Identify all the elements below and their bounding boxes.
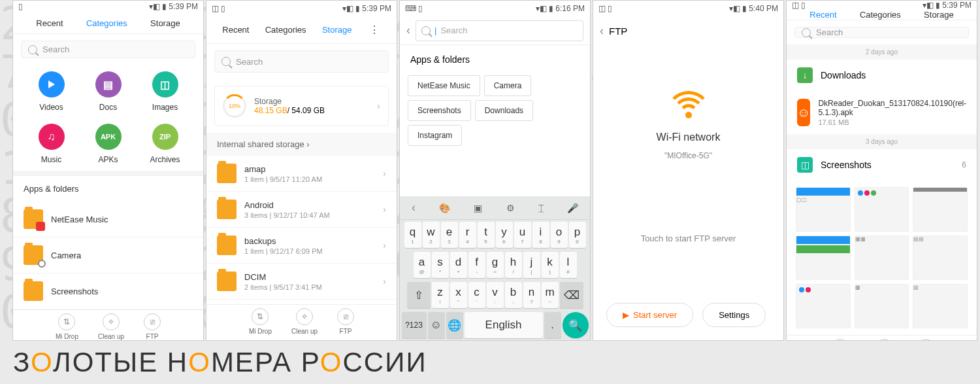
key-w[interactable]: w2 bbox=[423, 222, 440, 248]
folder-screenshots[interactable]: Screenshots bbox=[13, 273, 203, 309]
key-d[interactable]: d+ bbox=[450, 252, 467, 278]
tab-categories[interactable]: Categories bbox=[265, 25, 306, 35]
key-e[interactable]: e3 bbox=[441, 222, 458, 248]
backspace-key[interactable]: ⌫ bbox=[560, 282, 583, 308]
folder-row[interactable]: dianxin1 item | 9/6/17 3:24 PM› bbox=[206, 300, 397, 304]
breadcrumb[interactable]: Internal shared storage › bbox=[206, 133, 397, 156]
apk-file-row[interactable]: ☺ DkReader_Duokan_513170824.10190(rel-5.… bbox=[787, 91, 977, 134]
folder-row[interactable]: Android3 items | 9/12/17 10:47 AM› bbox=[206, 192, 397, 228]
search-key[interactable]: 🔍 bbox=[563, 312, 589, 338]
screenshot-thumb[interactable] bbox=[796, 236, 851, 280]
symbols-key[interactable]: ?123 bbox=[402, 312, 427, 338]
shift-key[interactable]: ⇧ bbox=[407, 282, 431, 308]
cleanup-button[interactable]: ✧Clean up bbox=[872, 339, 898, 341]
category-music[interactable]: ♫Music bbox=[26, 124, 76, 164]
ftp-button[interactable]: ⎚FTP bbox=[337, 308, 354, 335]
space-key[interactable]: English bbox=[465, 312, 543, 338]
globe-key[interactable]: 🌐 bbox=[446, 312, 463, 338]
key-q[interactable]: q1 bbox=[404, 222, 421, 248]
key-c[interactable]: c' bbox=[468, 282, 485, 308]
screenshot-thumb[interactable]: ▤ bbox=[913, 284, 968, 328]
menu-icon[interactable]: ⋮ bbox=[368, 24, 381, 36]
search-input[interactable]: Search bbox=[214, 50, 389, 73]
emoji-key[interactable]: ☺ bbox=[428, 312, 445, 338]
key-v[interactable]: v: bbox=[487, 282, 504, 308]
chip[interactable]: NetEase Music bbox=[408, 75, 480, 96]
tab-storage[interactable]: Storage bbox=[150, 18, 180, 28]
key-l[interactable]: l# bbox=[560, 252, 577, 278]
midrop-button[interactable]: ⇅Mi Drop bbox=[249, 308, 272, 335]
tab-categories[interactable]: Categories bbox=[86, 18, 127, 28]
tab-recent[interactable]: Recent bbox=[222, 25, 249, 35]
screenshot-thumb[interactable]: ▢▢ bbox=[796, 187, 851, 232]
key-b[interactable]: b; bbox=[505, 282, 522, 308]
screenshot-thumb[interactable] bbox=[855, 187, 909, 232]
key-a[interactable]: a@ bbox=[414, 252, 431, 278]
ftp-button[interactable]: ⎚FTP bbox=[917, 339, 934, 341]
search-input[interactable]: Search bbox=[794, 27, 969, 38]
back-icon[interactable]: ‹ bbox=[600, 24, 604, 38]
key-n[interactable]: n? bbox=[523, 282, 540, 308]
settings-icon[interactable]: ⚙ bbox=[506, 203, 515, 213]
folder-row[interactable]: amap1 item | 9/5/17 11:20 AM› bbox=[206, 156, 397, 192]
category-archives[interactable]: ZIPArchives bbox=[140, 124, 190, 164]
screenshot-thumb[interactable]: ▤▤ bbox=[913, 236, 968, 280]
key-i[interactable]: i8 bbox=[532, 222, 549, 248]
tab-storage[interactable]: Storage bbox=[322, 25, 352, 35]
midrop-button[interactable]: ⇅Mi Drop bbox=[56, 313, 78, 340]
tab-recent[interactable]: Recent bbox=[36, 18, 63, 28]
chip[interactable]: Downloads bbox=[475, 100, 533, 121]
category-apks[interactable]: APKAPKs bbox=[83, 124, 133, 164]
key-m[interactable]: m~ bbox=[542, 282, 559, 308]
key-o[interactable]: o9 bbox=[551, 222, 568, 248]
folder-row[interactable]: backups1 item | 9/12/17 6:09 PM› bbox=[206, 228, 397, 264]
search-input[interactable]: |Search bbox=[416, 20, 583, 41]
key-g[interactable]: g= bbox=[487, 252, 504, 278]
palette-icon[interactable]: 🎨 bbox=[439, 203, 450, 213]
key-y[interactable]: y6 bbox=[496, 222, 513, 248]
chip[interactable]: Instagram bbox=[408, 125, 462, 146]
kb-collapse-icon[interactable]: ‹ bbox=[412, 201, 416, 215]
screenshot-thumb[interactable]: ▦▦ bbox=[855, 236, 909, 280]
cleanup-button[interactable]: ✧Clean up bbox=[98, 313, 124, 340]
start-server-button[interactable]: ▶Start server bbox=[606, 303, 693, 327]
folder-row[interactable]: DCIM2 items | 9/5/17 3:41 PM› bbox=[206, 264, 397, 300]
cleanup-button[interactable]: ✧Clean up bbox=[291, 308, 318, 335]
cursor-icon[interactable]: ⌶ bbox=[538, 203, 544, 213]
chip[interactable]: Screenshots bbox=[408, 100, 471, 121]
clipboard-icon[interactable]: ▣ bbox=[474, 203, 482, 213]
tab-storage[interactable]: Storage bbox=[924, 10, 954, 20]
category-images[interactable]: ◫Images bbox=[140, 71, 190, 112]
screenshots-header[interactable]: ◫Screenshots6 bbox=[787, 149, 977, 181]
folder-netease[interactable]: NetEase Music bbox=[13, 201, 203, 237]
category-docs[interactable]: ▤Docs bbox=[83, 71, 133, 112]
ftp-button[interactable]: ⎚FTP bbox=[144, 313, 161, 340]
settings-button[interactable]: Settings bbox=[702, 303, 766, 327]
key-z[interactable]: z! bbox=[432, 282, 449, 308]
screenshot-thumb[interactable] bbox=[913, 187, 968, 232]
tab-recent[interactable]: Recent bbox=[809, 10, 836, 20]
key-s[interactable]: s* bbox=[432, 252, 449, 278]
screenshot-thumb[interactable]: ▦ bbox=[855, 284, 909, 328]
chip[interactable]: Camera bbox=[484, 75, 532, 96]
category-videos[interactable]: Videos bbox=[26, 71, 76, 112]
search-input[interactable]: Search bbox=[21, 41, 195, 58]
key-p[interactable]: p0 bbox=[569, 222, 586, 248]
downloads-header[interactable]: ↓Downloads bbox=[787, 60, 977, 91]
period-key[interactable]: . bbox=[544, 312, 561, 338]
key-h[interactable]: h/ bbox=[505, 252, 522, 278]
screenshot-thumb[interactable] bbox=[796, 284, 851, 328]
tab-categories[interactable]: Categories bbox=[860, 10, 901, 20]
midrop-button[interactable]: ⇅Mi Drop bbox=[829, 339, 852, 341]
key-t[interactable]: t5 bbox=[478, 222, 495, 248]
back-icon[interactable]: ‹ bbox=[406, 24, 410, 37]
folder-camera[interactable]: Camera bbox=[13, 237, 203, 273]
key-x[interactable]: x" bbox=[450, 282, 467, 308]
storage-card[interactable]: 10% Storage 48.15 GB/ 54.09 GB › bbox=[214, 86, 389, 126]
key-k[interactable]: k) bbox=[542, 252, 559, 278]
key-r[interactable]: r4 bbox=[459, 222, 476, 248]
mic-icon[interactable]: 🎤 bbox=[567, 203, 578, 213]
key-f[interactable]: f- bbox=[468, 252, 485, 278]
key-u[interactable]: u7 bbox=[514, 222, 531, 248]
key-j[interactable]: j( bbox=[523, 252, 540, 278]
